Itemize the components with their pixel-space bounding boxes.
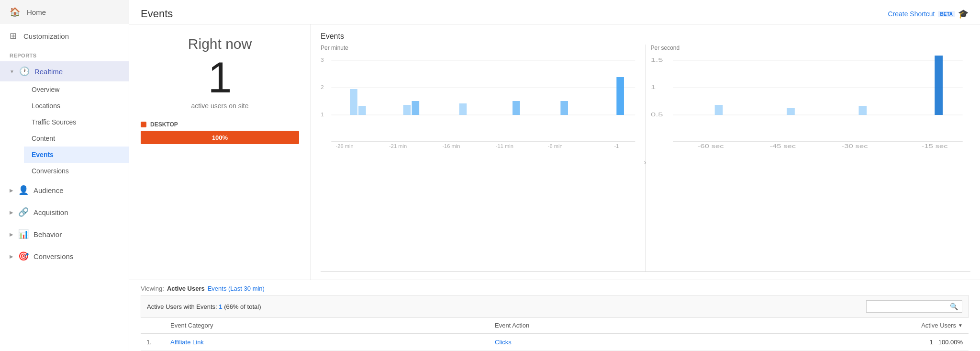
sidebar-item-home[interactable]: 🏠 Home	[0, 0, 129, 24]
active-users-bar: Active Users with Events: 1 (66% of tota…	[141, 295, 969, 318]
desktop-dot	[141, 122, 146, 127]
realtime-section: ▼ 🕐 Realtime Overview Locations Traffic …	[0, 61, 129, 179]
event-category-link[interactable]: Affiliate Link	[170, 339, 204, 346]
active-label: active users on site	[191, 102, 249, 110]
sidebar-item-acquisition[interactable]: ▶ 🔗 Acquisition	[0, 201, 129, 223]
per-minute-label: Per minute	[321, 45, 641, 51]
svg-text:1: 1	[321, 112, 324, 117]
svg-text:1.5: 1.5	[651, 57, 663, 63]
events-tab[interactable]: Events (Last 30 min)	[208, 285, 265, 292]
svg-rect-10	[459, 103, 467, 115]
per-second-svg: 1.5 1 0.5	[651, 53, 971, 149]
chart-title: Events	[321, 32, 970, 41]
svg-rect-9	[412, 101, 420, 115]
sidebar-acquisition-label: Acquisition	[33, 208, 68, 216]
svg-text:-16 min: -16 min	[442, 144, 460, 149]
row-event-category: Affiliate Link	[170, 339, 495, 346]
sidebar-item-customization[interactable]: ⊞ Customization	[0, 24, 129, 48]
svg-rect-13	[616, 77, 624, 115]
sidebar-item-realtime[interactable]: ▼ 🕐 Realtime	[0, 61, 129, 81]
sidebar-behavior-label: Behavior	[33, 230, 62, 238]
search-icon[interactable]: 🔍	[950, 303, 958, 310]
beta-badge: BETA	[938, 11, 955, 17]
chart-chevron-icon[interactable]: ›	[644, 158, 646, 167]
search-input[interactable]	[870, 303, 947, 310]
row-active-users: 1 100.00%	[915, 339, 963, 346]
sidebar-conversions-label: Conversions	[33, 252, 73, 260]
per-second-label: Per second	[651, 45, 971, 51]
col-active-users-label: Active Users	[921, 322, 956, 329]
active-users-tab[interactable]: Active Users	[167, 285, 205, 292]
sidebar-item-behavior[interactable]: ▶ 📊 Behavior	[0, 223, 129, 245]
svg-rect-28	[787, 108, 795, 115]
svg-text:-1: -1	[614, 144, 619, 149]
svg-rect-30	[935, 56, 943, 115]
row-event-action: Clicks	[495, 339, 819, 346]
behavior-icon: 📊	[18, 229, 29, 239]
create-shortcut-label: Create Shortcut	[888, 10, 935, 18]
sidebar-item-traffic-sources[interactable]: Traffic Sources	[24, 114, 129, 130]
table-header: Event Category Event Action Active Users…	[141, 318, 969, 334]
behavior-arrow-icon: ▶	[10, 232, 13, 237]
sidebar-realtime-label: Realtime	[34, 68, 63, 76]
svg-rect-6	[350, 89, 357, 115]
per-second-svg-container: 1.5 1 0.5	[651, 53, 971, 272]
sidebar-item-conversions-main[interactable]: ▶ 🎯 Conversions	[0, 245, 129, 267]
svg-text:-30 sec: -30 sec	[841, 144, 868, 149]
svg-text:-11 min: -11 min	[496, 144, 513, 149]
per-minute-svg-container: 3 2 1	[321, 53, 641, 272]
charts-row: Per minute 3 2 1	[321, 45, 970, 272]
active-users-text: Active Users with Events: 1 (66% of tota…	[147, 303, 261, 310]
sidebar-item-conversions[interactable]: Conversions	[24, 163, 129, 179]
svg-text:1: 1	[651, 84, 656, 90]
desktop-percent: 100%	[212, 134, 228, 141]
search-box: 🔍	[866, 300, 962, 313]
right-now-label: Right now	[188, 36, 252, 52]
sidebar-home-label: Home	[27, 8, 46, 16]
svg-text:-15 sec: -15 sec	[921, 144, 947, 149]
svg-rect-29	[858, 106, 867, 115]
sidebar-item-events[interactable]: Events	[24, 147, 129, 163]
col-spacer	[819, 322, 915, 329]
realtime-sub-items: Overview Locations Traffic Sources Conte…	[0, 81, 129, 179]
svg-text:0.5: 0.5	[651, 112, 663, 117]
active-users-count: 1	[219, 303, 222, 310]
main-content: Events Create Shortcut BETA 🎓 Right now …	[129, 0, 980, 351]
svg-rect-12	[560, 101, 568, 115]
col-active-users-header[interactable]: Active Users ▼	[915, 322, 963, 329]
sidebar-item-content[interactable]: Content	[24, 130, 129, 147]
svg-rect-7	[358, 106, 366, 115]
desktop-label: DESKTOP	[141, 121, 299, 128]
event-action-link[interactable]: Clicks	[495, 339, 512, 346]
left-panel: Right now 1 active users on site DESKTOP…	[129, 24, 311, 280]
svg-rect-11	[512, 101, 520, 115]
audience-icon: 👤	[18, 185, 29, 195]
audience-arrow-icon: ▶	[10, 188, 13, 193]
topbar: Events Create Shortcut BETA 🎓	[129, 0, 980, 24]
desktop-label-text: DESKTOP	[150, 121, 178, 128]
create-shortcut-button[interactable]: Create Shortcut BETA 🎓	[888, 9, 969, 19]
svg-rect-27	[714, 105, 723, 115]
sidebar-item-overview[interactable]: Overview	[24, 81, 129, 98]
col-event-category-header: Event Category	[170, 322, 495, 329]
sidebar-item-audience[interactable]: ▶ 👤 Audience	[0, 179, 129, 201]
sidebar-audience-label: Audience	[33, 186, 64, 194]
active-users-with-events-label: Active Users with Events:	[147, 303, 217, 310]
table-area: Viewing: Active Users Events (Last 30 mi…	[129, 280, 980, 351]
per-second-chart: Per second 1.5 1 0.5	[646, 45, 971, 272]
per-minute-svg: 3 2 1	[321, 53, 641, 149]
table-row: 1. Affiliate Link Clicks 1 100.00%	[141, 334, 969, 351]
row-count: 1 100.00%	[930, 339, 963, 346]
per-minute-chart: Per minute 3 2 1	[321, 45, 646, 272]
realtime-arrow-icon: ▼	[10, 69, 14, 74]
conversions-icon: 🎯	[18, 251, 29, 261]
svg-text:-60 sec: -60 sec	[697, 144, 724, 149]
sidebar-item-locations[interactable]: Locations	[24, 98, 129, 114]
shortcut-icon: 🎓	[958, 9, 969, 19]
svg-text:-26 min: -26 min	[336, 144, 354, 149]
active-users-percentage: (66% of total)	[224, 303, 261, 310]
col-event-action-header: Event Action	[495, 322, 819, 329]
viewing-label: Viewing:	[141, 285, 164, 292]
acquisition-icon: 🔗	[18, 207, 29, 217]
svg-text:-6 min: -6 min	[548, 144, 563, 149]
